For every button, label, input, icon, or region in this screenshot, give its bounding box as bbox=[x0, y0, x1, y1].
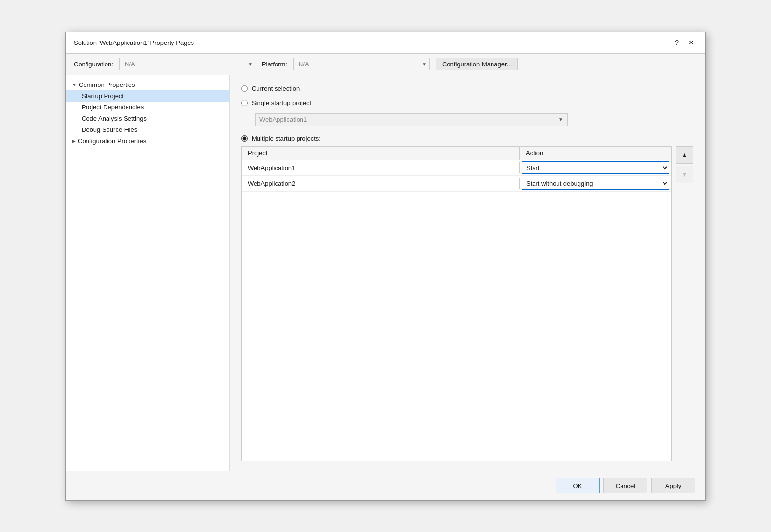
table-header: Project Action bbox=[242, 147, 671, 160]
sidebar-label-project-dependencies: Project Dependencies bbox=[82, 104, 144, 111]
sidebar-label-startup-project: Startup Project bbox=[82, 92, 124, 100]
multiple-section: Multiple startup projects: Project Actio… bbox=[241, 135, 693, 461]
platform-select[interactable]: N/A bbox=[297, 58, 422, 70]
sidebar-label-common-properties: Common Properties bbox=[79, 81, 135, 88]
ok-button[interactable]: OK bbox=[556, 478, 600, 493]
radio-multiple-input[interactable] bbox=[241, 135, 248, 142]
radio-current-selection[interactable]: Current selection bbox=[241, 85, 693, 92]
sidebar-item-common-properties[interactable]: ▼ Common Properties bbox=[66, 79, 229, 90]
sidebar-arrow-configuration-properties: ▶ bbox=[72, 138, 76, 144]
sidebar-label-configuration-properties: Configuration Properties bbox=[78, 137, 146, 145]
main-content: ▼ Common PropertiesStartup ProjectProjec… bbox=[66, 75, 705, 471]
cell-project-0: WebApplication1 bbox=[242, 162, 520, 173]
config-manager-button[interactable]: Configuration Manager... bbox=[436, 58, 518, 70]
cell-project-1: WebApplication2 bbox=[242, 178, 520, 189]
single-project-select-wrapper[interactable]: WebApplication1 ▼ bbox=[255, 113, 568, 126]
property-pages-dialog: Solution 'WebApplication1' Property Page… bbox=[65, 32, 706, 501]
col-action-header: Action bbox=[520, 147, 671, 160]
sidebar-item-startup-project[interactable]: Startup Project bbox=[66, 90, 229, 102]
single-project-select[interactable]: WebApplication1 bbox=[259, 116, 558, 123]
title-bar: Solution 'WebApplication1' Property Page… bbox=[66, 32, 705, 54]
table-row: WebApplication1NoneStartStart without de… bbox=[242, 160, 671, 176]
config-dropdown-arrow: ▼ bbox=[248, 62, 253, 67]
sidebar-label-debug-source-files: Debug Source Files bbox=[82, 126, 137, 133]
radio-single-project[interactable]: Single startup project bbox=[241, 99, 693, 106]
cell-action-1[interactable]: NoneStartStart without debugging bbox=[520, 176, 671, 191]
sidebar-arrow-common-properties: ▼ bbox=[72, 82, 77, 87]
title-controls: ? ✕ bbox=[672, 38, 697, 47]
project-table: Project Action WebApplication1NoneStartS… bbox=[241, 146, 672, 461]
radio-single-label: Single startup project bbox=[252, 99, 311, 106]
close-button[interactable]: ✕ bbox=[685, 38, 697, 47]
radio-current-input[interactable] bbox=[241, 85, 248, 92]
sidebar-item-project-dependencies[interactable]: Project Dependencies bbox=[66, 102, 229, 113]
sidebar-label-code-analysis-settings: Code Analysis Settings bbox=[82, 115, 147, 122]
dialog-title: Solution 'WebApplication1' Property Page… bbox=[74, 39, 194, 46]
cancel-button[interactable]: Cancel bbox=[603, 478, 647, 493]
cell-action-0[interactable]: NoneStartStart without debugging bbox=[520, 160, 671, 175]
radio-current-label: Current selection bbox=[252, 85, 300, 92]
configuration-select[interactable]: N/A bbox=[123, 58, 248, 70]
sidebar-item-code-analysis-settings[interactable]: Code Analysis Settings bbox=[66, 113, 229, 124]
move-down-button[interactable]: ▼ bbox=[676, 166, 693, 183]
config-bar: Configuration: N/A ▼ Platform: N/A ▼ Con… bbox=[66, 54, 705, 75]
platform-label: Platform: bbox=[262, 61, 287, 68]
sidebar-item-configuration-properties[interactable]: ▶ Configuration Properties bbox=[66, 135, 229, 147]
footer: OK Cancel Apply bbox=[66, 471, 705, 500]
apply-button[interactable]: Apply bbox=[651, 478, 695, 493]
radio-multiple-label: Multiple startup projects: bbox=[252, 135, 321, 142]
configuration-select-wrapper[interactable]: N/A ▼ bbox=[119, 58, 256, 70]
table-row: WebApplication2NoneStartStart without de… bbox=[242, 176, 671, 192]
action-select-1[interactable]: NoneStartStart without debugging bbox=[522, 177, 669, 190]
action-select-0[interactable]: NoneStartStart without debugging bbox=[522, 161, 669, 174]
table-body: WebApplication1NoneStartStart without de… bbox=[242, 160, 671, 461]
platform-select-wrapper[interactable]: N/A ▼ bbox=[293, 58, 430, 70]
multi-table-area: Project Action WebApplication1NoneStartS… bbox=[241, 146, 693, 461]
radio-multiple-projects[interactable]: Multiple startup projects: bbox=[241, 135, 693, 142]
platform-dropdown-arrow: ▼ bbox=[422, 62, 427, 67]
sidebar-item-debug-source-files[interactable]: Debug Source Files bbox=[66, 124, 229, 135]
col-project-header: Project bbox=[242, 147, 520, 160]
table-action-buttons: ▲ ▼ bbox=[676, 146, 693, 461]
help-button[interactable]: ? bbox=[672, 38, 682, 47]
config-label: Configuration: bbox=[74, 61, 113, 68]
section-panel: Current selection Single startup project… bbox=[230, 75, 705, 471]
radio-single-input[interactable] bbox=[241, 100, 248, 106]
single-project-dropdown-arrow: ▼ bbox=[558, 117, 563, 122]
sidebar: ▼ Common PropertiesStartup ProjectProjec… bbox=[66, 75, 230, 471]
move-up-button[interactable]: ▲ bbox=[676, 146, 693, 164]
